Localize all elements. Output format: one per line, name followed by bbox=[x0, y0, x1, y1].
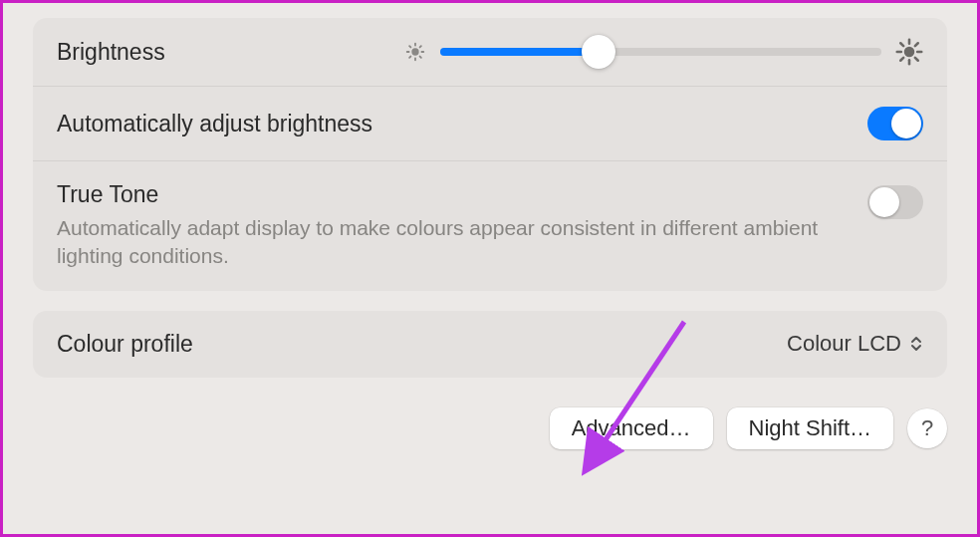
brightness-slider-group bbox=[404, 38, 923, 66]
true-tone-row: True Tone Automatically adapt display to… bbox=[33, 161, 947, 291]
colour-profile-label: Colour profile bbox=[57, 331, 193, 358]
auto-adjust-row: Automatically adjust brightness bbox=[33, 87, 947, 161]
toggle-knob bbox=[891, 109, 921, 138]
true-tone-toggle[interactable] bbox=[867, 185, 923, 219]
night-shift-button[interactable]: Night Shift… bbox=[727, 407, 894, 449]
sun-high-icon bbox=[895, 38, 923, 66]
svg-line-5 bbox=[409, 46, 410, 47]
brightness-row: Brightness bbox=[33, 18, 947, 87]
auto-adjust-toggle[interactable] bbox=[867, 107, 923, 140]
colour-profile-popup[interactable]: Colour LCD bbox=[787, 331, 923, 357]
colour-profile-row: Colour profile Colour LCD bbox=[33, 311, 947, 378]
true-tone-label: True Tone bbox=[57, 181, 848, 208]
brightness-slider-fill bbox=[440, 48, 600, 56]
svg-line-6 bbox=[419, 57, 420, 58]
svg-line-15 bbox=[915, 58, 918, 61]
toggle-knob bbox=[869, 187, 899, 217]
brightness-label: Brightness bbox=[57, 39, 165, 66]
svg-point-0 bbox=[411, 48, 418, 55]
button-row: Advanced… Night Shift… ? bbox=[33, 407, 947, 449]
help-button[interactable]: ? bbox=[907, 408, 947, 448]
svg-line-17 bbox=[915, 43, 918, 46]
svg-line-7 bbox=[409, 57, 410, 58]
colour-profile-panel: Colour profile Colour LCD bbox=[33, 311, 947, 378]
advanced-button[interactable]: Advanced… bbox=[550, 407, 713, 449]
chevron-updown-icon bbox=[909, 335, 923, 353]
true-tone-description: Automatically adapt display to make colo… bbox=[57, 214, 848, 271]
brightness-slider-thumb[interactable] bbox=[582, 35, 615, 69]
svg-line-16 bbox=[900, 58, 903, 61]
brightness-slider[interactable] bbox=[440, 48, 881, 56]
sun-low-icon bbox=[404, 41, 426, 63]
svg-line-14 bbox=[900, 43, 903, 46]
svg-line-8 bbox=[419, 46, 420, 47]
svg-point-9 bbox=[904, 47, 915, 58]
colour-profile-value: Colour LCD bbox=[787, 331, 901, 357]
display-settings-panel: Brightness bbox=[33, 18, 947, 291]
auto-adjust-label: Automatically adjust brightness bbox=[57, 111, 372, 137]
